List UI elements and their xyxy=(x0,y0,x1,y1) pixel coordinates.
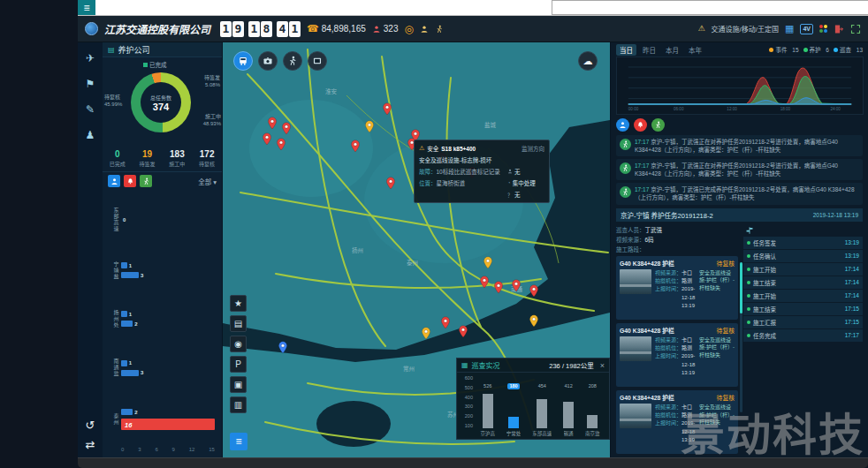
notification-item[interactable]: 17:17京沪-宁镇，丁武强正在对养护任务20191218-2号进行处置，病害地… xyxy=(616,159,863,180)
stat-review: 172待复核 xyxy=(192,146,222,171)
undo-icon[interactable]: ↺ xyxy=(86,419,95,431)
defect-description: 安全及巡线设施-护栏（杆）-杆柱缺失 xyxy=(699,404,735,451)
facility-filter-button[interactable] xyxy=(108,175,120,187)
flag-icon[interactable]: ⚑ xyxy=(86,79,95,89)
pen-icon[interactable]: ✎ xyxy=(86,104,95,115)
alert-filter-button[interactable] xyxy=(634,118,647,132)
task-date: 2019-12-18 13:19 xyxy=(813,212,858,218)
screen-tool[interactable]: ▣ xyxy=(230,376,247,393)
tab-yesterday[interactable]: 昨日 xyxy=(639,44,659,56)
timeline-step: 施工开始17:14 xyxy=(743,263,863,276)
tab-month[interactable]: 本月 xyxy=(662,44,682,56)
donut-center-value: 374 xyxy=(153,102,169,112)
inspection-bar[interactable]: 412 锡通 xyxy=(563,383,574,437)
defect-photo[interactable] xyxy=(620,269,651,294)
switch-icon[interactable]: ⇄ xyxy=(86,439,95,450)
layers-tool[interactable]: ▥ xyxy=(230,396,247,413)
highlight-bar[interactable]: 16 xyxy=(121,419,215,430)
bar-group: 宁靖盐 1 3 xyxy=(110,260,215,281)
clock-icon: ◔ xyxy=(507,180,511,185)
map-area[interactable]: 淮安 盐城 扬州 泰州 南通 常州 苏州 xyxy=(223,42,610,457)
all-filter-dropdown[interactable]: 全部 ▾ xyxy=(198,177,217,186)
defect-photo[interactable] xyxy=(620,336,651,361)
defect-type: 安全及巡线设施-标志牌-损坏 xyxy=(419,155,544,164)
incident-tooltip: ⚠ 安全 S18 k85+400 监测方向 安全及巡线设施-标志牌-损坏 故障：… xyxy=(414,140,550,203)
road-stake: S18 k85+400 xyxy=(441,146,476,152)
patrol-filter-button[interactable] xyxy=(651,118,665,132)
close-icon[interactable]: × xyxy=(600,361,605,370)
stat-completed: 0已完成 xyxy=(103,146,133,171)
apps-icon[interactable] xyxy=(819,25,827,33)
svg-text:00:00: 00:00 xyxy=(628,107,639,111)
walker-icon xyxy=(620,139,631,150)
question-icon: ？ xyxy=(507,191,513,199)
taskbar xyxy=(78,457,868,468)
favorite-tool[interactable]: ★ xyxy=(230,295,247,312)
maintenance-panel: ▤ 养护公司 已完成 总任务数 374 待签发5. xyxy=(103,42,223,457)
parking-tool[interactable]: P xyxy=(230,356,247,373)
user-icon-2[interactable] xyxy=(435,25,444,34)
timeline-header xyxy=(743,225,863,237)
route-icon[interactable]: ✈ xyxy=(86,53,95,64)
fullscreen-icon[interactable] xyxy=(850,24,861,34)
status-badge: 待复核 xyxy=(717,393,735,402)
notification-item[interactable]: 17:17京沪-宁镇，丁武强已完成养护任务20191218-2号处置，病害地点G… xyxy=(616,183,863,204)
tab-today[interactable]: 当日 xyxy=(616,44,636,56)
defect-description: 安全及巡线设施-护栏（杆）-杆柱缺失 xyxy=(699,269,735,317)
alert-filter-button[interactable] xyxy=(124,175,136,187)
bar-group: 南通监 1 3 xyxy=(110,358,215,379)
donut-label-review: 待复核45.99% xyxy=(104,94,122,108)
inspection-bar[interactable]: 208 南京监 xyxy=(585,383,600,437)
inspection-bars: 526 京沪高 180 宁常处 454 xyxy=(475,375,605,437)
notification-item[interactable]: 17:17京沪-宁镇，丁武强正在对养护任务20191218-2号进行处置，病害地… xyxy=(616,135,863,156)
target-icon[interactable]: ◎ xyxy=(404,24,413,34)
list-icon: ▤ xyxy=(108,46,115,54)
inspection-bar[interactable]: 454 东部高速 xyxy=(532,383,552,437)
patrol-filter-button[interactable] xyxy=(140,175,152,187)
task-header[interactable]: 京沪-宁镇 养护任务20191218-2 2019-12-18 13:19 xyxy=(616,208,863,222)
bar-group: 东部高速 0 xyxy=(110,208,215,232)
traffic-layer-button[interactable] xyxy=(233,51,253,71)
user-icon[interactable] xyxy=(420,25,429,34)
defect-photo[interactable] xyxy=(620,404,651,428)
defect-card[interactable]: G40 K384+428 护栏 待复核 视频来源：卡口 拍摄机位：路测 上报时间… xyxy=(616,256,738,320)
timeline-step: 施工汇报17:15 xyxy=(743,316,863,328)
svg-text:泰州: 泰州 xyxy=(407,259,418,266)
camera-layer-button[interactable] xyxy=(258,51,278,71)
logout-icon[interactable] xyxy=(834,24,844,34)
warning-icon: ⚠ xyxy=(698,25,705,33)
defect-card-list: G40 K384+428 护栏 待复核 视频来源：卡口 拍摄机位：路测 上报时间… xyxy=(616,256,738,454)
defect-card[interactable]: G40 K384+428 护栏 待复核 视频来源：卡口 拍摄机位：路测 上报时间… xyxy=(616,390,738,454)
inspection-bar-selected[interactable]: 180 宁常处 xyxy=(506,383,522,437)
phone-icon: ☎ xyxy=(307,24,319,34)
video-layer-button[interactable] xyxy=(308,51,327,71)
bar-group-highlight: 泰州 2 16 xyxy=(110,406,215,433)
chart-tool[interactable]: ▤ xyxy=(230,315,247,332)
facility-filter-button[interactable] xyxy=(616,118,629,132)
top-header: 江苏交通控股有限公司 19 18 41 ☎ 84,898,165 323 ◎ ⚠… xyxy=(78,16,868,42)
tab-year[interactable]: 本年 xyxy=(685,44,705,56)
patrol-layer-button[interactable] xyxy=(283,51,302,71)
weather-button[interactable]: ☁ xyxy=(578,51,598,71)
defect-card[interactable]: G40 K384+428 护栏 待复核 视频来源：卡口 拍摄机位：路测 上报时间… xyxy=(616,323,738,387)
stat-working: 183施工中 xyxy=(163,146,193,171)
task-donut: 总任务数 374 xyxy=(131,72,191,132)
patrol-icon[interactable]: ♟ xyxy=(86,130,95,140)
svg-text:常州: 常州 xyxy=(403,365,415,373)
inspection-bar[interactable]: 526 京沪高 xyxy=(480,383,495,437)
timeline-step: 施工结束17:15 xyxy=(743,303,863,315)
droplet-tool[interactable]: ◉ xyxy=(230,336,247,352)
video-wall-button[interactable]: 4V xyxy=(800,24,813,34)
filter-toolbar: 全部 ▾ xyxy=(103,172,222,190)
map-menu-button[interactable]: ≡ xyxy=(230,433,247,450)
task-donut-zone: 已完成 总任务数 374 待签发5.08% 施工中48.93% xyxy=(103,57,222,146)
donut-label-working: 施工中48.93% xyxy=(203,114,221,127)
timeline-step: 任务签发13:19 xyxy=(743,237,863,249)
hamburger-menu-icon[interactable]: ≡ xyxy=(78,0,95,15)
warning-icon: ⚠ xyxy=(419,145,424,152)
grid-icon[interactable]: ▦ xyxy=(785,24,794,34)
scrollbar[interactable] xyxy=(740,262,742,412)
timeline-step: 施工开始17:14 xyxy=(743,290,863,302)
call-counter: ☎ 84,898,165 xyxy=(307,24,366,34)
donut-legend: 已完成 xyxy=(143,60,167,69)
